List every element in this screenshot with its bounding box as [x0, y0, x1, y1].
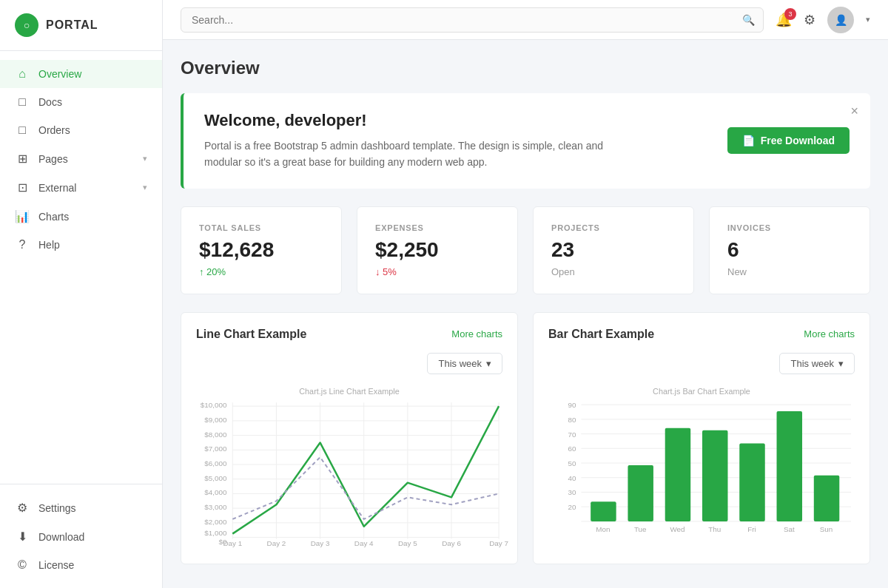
bar-chart-card: Bar Chart Example More charts This week …	[533, 312, 870, 564]
svg-text:$1,000: $1,000	[204, 528, 227, 536]
svg-text:50: 50	[568, 459, 576, 467]
download-doc-icon: 📄	[742, 135, 755, 146]
sidebar-item-label: Charts	[38, 211, 69, 223]
free-download-button[interactable]: 📄 Free Download	[727, 127, 850, 154]
stat-value: $12,628	[199, 238, 323, 262]
svg-text:80: 80	[568, 416, 576, 424]
avatar[interactable]: 👤	[827, 7, 854, 33]
stat-card-invoices: INVOICES 6 New	[709, 206, 870, 294]
stat-label: INVOICES	[727, 223, 852, 232]
notification-badge: 3	[784, 8, 796, 20]
stat-card-total-sales: TOTAL SALES $12,628 ↑ 20%	[181, 206, 342, 294]
svg-text:20: 20	[568, 503, 576, 511]
svg-text:Day 7: Day 7	[489, 539, 508, 547]
sidebar-item-label: Download	[38, 531, 84, 543]
sidebar-item-license[interactable]: © License	[0, 551, 162, 579]
sidebar-item-external[interactable]: ⊡ External ▾	[0, 173, 162, 202]
stat-change: ↑ 20%	[199, 266, 323, 277]
settings-icon: ⚙	[15, 501, 30, 515]
bar-chart-filter-button[interactable]: This week ▾	[779, 353, 855, 374]
line-chart-card: Line Chart Example More charts This week…	[181, 312, 518, 564]
search-input[interactable]	[181, 7, 764, 33]
sidebar-item-label: License	[38, 559, 74, 571]
search-icon: 🔍	[742, 14, 755, 26]
line-chart-title: Line Chart Example	[196, 328, 306, 341]
welcome-text: Welcome, developer! Portal is a free Boo…	[204, 111, 633, 171]
chevron-down-icon: ▾	[838, 358, 844, 369]
svg-text:$5,000: $5,000	[204, 473, 227, 481]
sidebar-item-pages[interactable]: ⊞ Pages ▾	[0, 144, 162, 173]
header: 🔍 🔔 3 ⚙ 👤 ▾	[163, 0, 888, 40]
svg-text:$4,000: $4,000	[204, 488, 227, 496]
welcome-description: Portal is a free Bootstrap 5 admin dashb…	[204, 138, 633, 171]
sidebar-item-label: Pages	[38, 153, 68, 165]
bar-chart-container: Chart.js Bar Chart Example 90 80 70 60 5…	[548, 383, 855, 549]
line-chart-filter-button[interactable]: This week ▾	[427, 353, 502, 374]
welcome-banner: Welcome, developer! Portal is a free Boo…	[181, 93, 870, 189]
svg-text:40: 40	[568, 473, 576, 481]
header-actions: 🔔 3 ⚙ 👤 ▾	[776, 7, 870, 33]
svg-text:Day 5: Day 5	[398, 539, 417, 547]
line-chart-svg: Chart.js Line Chart Example $10,000 $9,0…	[196, 383, 502, 546]
svg-text:Day 2: Day 2	[267, 539, 286, 547]
line-chart-more-link[interactable]: More charts	[451, 328, 502, 339]
bar-tue	[628, 465, 653, 521]
stats-row: TOTAL SALES $12,628 ↑ 20% EXPENSES $2,25…	[181, 206, 870, 294]
bar-chart-more-link[interactable]: More charts	[804, 328, 855, 339]
search-box: 🔍	[181, 7, 764, 33]
license-icon: ©	[15, 558, 30, 572]
bar-thu	[702, 430, 728, 521]
svg-text:$7,000: $7,000	[204, 445, 227, 453]
chevron-down-icon: ▾	[486, 358, 491, 369]
sidebar-item-help[interactable]: ? Help	[0, 231, 162, 259]
chart-title-text: Chart.js Bar Chart Example	[653, 387, 750, 396]
svg-text:$6,000: $6,000	[204, 459, 227, 467]
sidebar-item-overview[interactable]: ⌂ Overview	[0, 60, 162, 88]
svg-text:$8,000: $8,000	[204, 430, 227, 438]
bar-chart-svg: Chart.js Bar Chart Example 90 80 70 60 5…	[548, 383, 855, 546]
welcome-heading: Welcome, developer!	[204, 111, 633, 130]
chart-header: Line Chart Example More charts	[196, 328, 502, 341]
svg-text:$9,000: $9,000	[204, 416, 227, 424]
sidebar: ○ PORTAL ⌂ Overview □ Docs □ Orders ⊞ Pa…	[0, 0, 163, 588]
chart-filter: This week ▾	[548, 353, 855, 374]
svg-text:90: 90	[568, 401, 576, 409]
app-name: PORTAL	[46, 18, 98, 32]
bar-mon	[591, 501, 616, 521]
svg-text:Day 1: Day 1	[223, 539, 242, 547]
content-area: Overview Welcome, developer! Portal is a…	[163, 40, 888, 588]
chevron-down-icon: ▾	[143, 154, 147, 163]
sidebar-item-download[interactable]: ⬇ Download	[0, 522, 162, 551]
orders-icon: □	[15, 124, 30, 137]
sidebar-item-docs[interactable]: □ Docs	[0, 88, 162, 116]
docs-icon: □	[15, 95, 30, 109]
svg-text:Thu: Thu	[708, 524, 721, 533]
chart-title-text: Chart.js Line Chart Example	[299, 387, 399, 396]
sidebar-item-settings[interactable]: ⚙ Settings	[0, 493, 162, 522]
sidebar-item-charts[interactable]: 📊 Charts	[0, 202, 162, 231]
stat-card-expenses: EXPENSES $2,250 ↓ 5%	[357, 206, 518, 294]
svg-text:60: 60	[568, 445, 576, 453]
sidebar-item-orders[interactable]: □ Orders	[0, 116, 162, 144]
svg-text:$10,000: $10,000	[201, 401, 227, 409]
download-icon: ⬇	[15, 530, 30, 544]
svg-text:Day 6: Day 6	[442, 539, 461, 547]
chart-header: Bar Chart Example More charts	[548, 328, 855, 341]
avatar-chevron-icon[interactable]: ▾	[866, 15, 870, 24]
sidebar-item-label: Orders	[38, 124, 70, 136]
charts-icon: 📊	[15, 209, 30, 223]
help-icon: ?	[15, 238, 30, 251]
chevron-down-icon: ▾	[143, 183, 147, 192]
settings-button[interactable]: ⚙	[804, 12, 815, 28]
stat-value: $2,250	[375, 238, 500, 262]
sidebar-bottom: ⚙ Settings ⬇ Download © License	[0, 484, 162, 588]
home-icon: ⌂	[15, 67, 30, 81]
close-banner-button[interactable]: ×	[850, 104, 858, 119]
pages-icon: ⊞	[15, 152, 30, 166]
notification-button[interactable]: 🔔 3	[776, 12, 792, 28]
stat-label: EXPENSES	[375, 223, 500, 232]
sidebar-item-label: Help	[38, 239, 60, 251]
svg-text:Day 4: Day 4	[354, 539, 374, 547]
svg-text:70: 70	[568, 430, 576, 438]
svg-text:30: 30	[568, 488, 576, 496]
